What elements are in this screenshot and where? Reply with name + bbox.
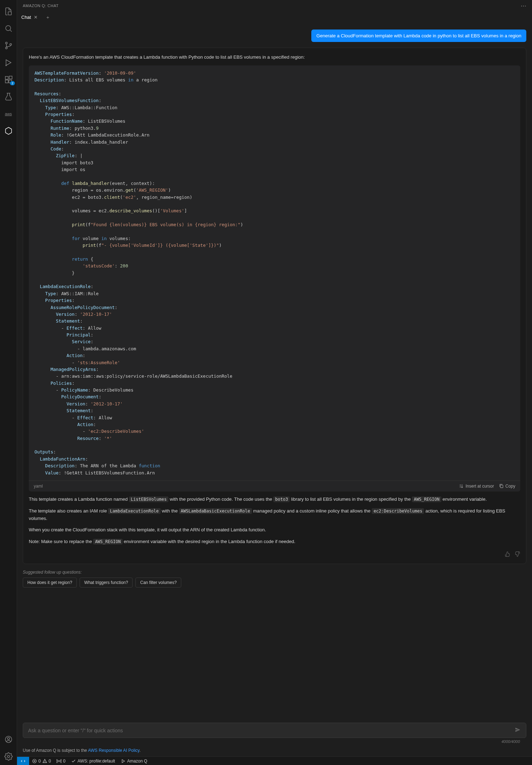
assistant-paragraph: Note: Make sure to replace the AWS_REGIO… [29, 538, 520, 546]
thumbs-up-icon[interactable] [505, 551, 510, 558]
user-bubble: Generate a CloudFormation template with … [311, 30, 526, 42]
activity-bar: 2 aws [0, 0, 17, 765]
feedback-row [29, 551, 520, 558]
chat-scroll-area[interactable]: Generate a CloudFormation template with … [17, 24, 532, 718]
more-actions-icon[interactable]: ⋯ [521, 2, 527, 9]
assistant-intro: Here's an AWS CloudFormation template th… [29, 54, 520, 61]
tab-bar: Chat ✕ ＋ [17, 11, 532, 24]
svg-point-12 [7, 755, 10, 758]
settings-gear-icon[interactable] [0, 748, 17, 765]
explorer-icon[interactable] [0, 3, 17, 20]
assistant-paragraph: The template also creates an IAM role La… [29, 508, 520, 522]
close-icon[interactable]: ✕ [34, 15, 38, 20]
user-message: Generate a CloudFormation template with … [23, 30, 526, 42]
testing-icon[interactable] [0, 88, 17, 105]
followups-label: Suggested follow up questions: [23, 570, 526, 575]
status-bar: 0 0 0 AWS: profile:default Amazon Q [17, 756, 532, 765]
extensions-badge: 2 [10, 81, 15, 85]
svg-rect-0 [8, 12, 11, 15]
svg-rect-9 [9, 76, 12, 79]
svg-rect-6 [5, 76, 8, 79]
policy-notice: Use of Amazon Q is subject to the AWS Re… [17, 745, 532, 756]
panel-title-bar: AMAZON Q: CHAT ⋯ [17, 0, 532, 11]
status-ports[interactable]: 0 [54, 757, 68, 765]
svg-point-5 [6, 65, 6, 66]
status-amazon-q[interactable]: Amazon Q [118, 757, 150, 765]
svg-point-3 [5, 47, 7, 49]
tab-chat[interactable]: Chat ✕ [17, 11, 42, 23]
accounts-icon[interactable] [0, 731, 17, 748]
input-area: 4000/4000 [17, 718, 532, 745]
amazon-q-icon[interactable] [0, 122, 17, 139]
chat-input-box[interactable] [23, 723, 526, 738]
run-debug-icon[interactable] [0, 54, 17, 71]
assistant-paragraph: When you create the CloudFormation stack… [29, 526, 520, 534]
copy-button[interactable]: Copy [499, 484, 515, 489]
chat-input[interactable] [28, 728, 515, 733]
new-tab-button[interactable]: ＋ [42, 11, 54, 23]
extensions-icon[interactable]: 2 [0, 71, 17, 88]
insert-at-cursor-button[interactable]: Insert at cursor [459, 484, 494, 489]
svg-point-1 [6, 26, 11, 31]
aws-icon[interactable]: aws [0, 105, 17, 122]
thumbs-down-icon[interactable] [515, 551, 520, 558]
remote-indicator-icon[interactable] [17, 757, 29, 765]
code-content[interactable]: AWSTemplateFormatVersion: '2010-09-09' D… [29, 65, 520, 480]
assistant-message: Here's an AWS CloudFormation template th… [23, 48, 526, 564]
svg-point-2 [5, 42, 7, 44]
svg-point-11 [7, 738, 10, 740]
send-icon[interactable] [515, 727, 521, 734]
status-problems[interactable]: 0 0 [29, 757, 54, 765]
followup-chip[interactable]: Can filter volumes? [135, 578, 181, 588]
followup-chip[interactable]: What triggers function? [80, 578, 133, 588]
assistant-paragraph: This template creates a Lambda function … [29, 496, 520, 503]
char-counter: 4000/4000 [23, 738, 526, 744]
svg-point-4 [10, 44, 11, 46]
status-aws-profile[interactable]: AWS: profile:default [68, 757, 118, 765]
policy-link[interactable]: AWS Responsible AI Policy [88, 748, 139, 753]
followup-chip[interactable]: How does it get region? [23, 578, 77, 588]
svg-rect-7 [5, 80, 8, 83]
svg-point-15 [59, 760, 60, 762]
svg-rect-13 [500, 485, 503, 488]
code-block: AWSTemplateFormatVersion: '2010-09-09' D… [29, 65, 520, 492]
followups: Suggested follow up questions: How does … [23, 570, 526, 588]
code-footer: yaml Insert at cursor Copy [29, 480, 520, 492]
search-icon[interactable] [0, 20, 17, 37]
tab-label: Chat [21, 15, 31, 20]
code-language-label: yaml [34, 484, 454, 489]
source-control-icon[interactable] [0, 37, 17, 54]
panel-title: AMAZON Q: CHAT [23, 4, 59, 8]
followup-chips: How does it get region? What triggers fu… [23, 578, 526, 588]
main-panel: AMAZON Q: CHAT ⋯ Chat ✕ ＋ Generate a Clo… [17, 0, 532, 765]
